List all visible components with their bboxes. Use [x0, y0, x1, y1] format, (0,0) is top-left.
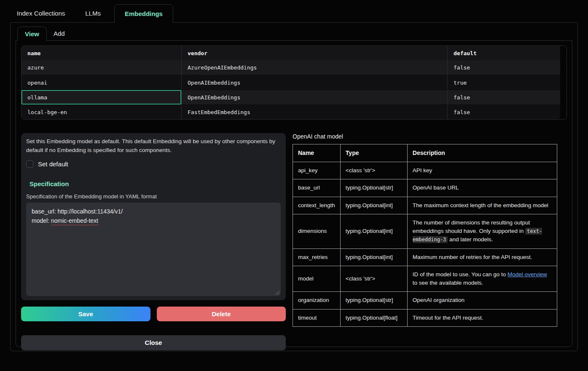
doc-cell-name: timeout — [293, 309, 341, 326]
doc-cell-type: typing.Optional[int] — [340, 248, 407, 266]
doc-cell-description: Timeout for the API request. — [407, 309, 557, 326]
action-buttons: Save Delete — [21, 307, 286, 321]
cell-vendor[interactable]: AzureOpenAIEmbeddings — [181, 60, 447, 75]
table-row[interactable]: openai OpenAIEmbeddings true — [21, 75, 560, 90]
embeddings-table: name vendor default azure AzureOpenAIEmb… — [21, 45, 567, 120]
doc-cell-name: context_length — [293, 197, 341, 214]
subtab-view[interactable]: View — [17, 27, 47, 41]
doc-cell-type: typing.Optional[int] — [340, 197, 407, 214]
cell-default[interactable]: true — [447, 75, 560, 90]
doc-column-description: Description — [407, 144, 557, 162]
table-row[interactable]: azure AzureOpenAIEmbeddings false — [21, 60, 560, 75]
model-overview-link[interactable]: Model overview — [507, 271, 547, 278]
table-row[interactable]: local-bge-en FastEmbedEmbeddings false — [21, 104, 560, 119]
doc-cell-description: API key — [407, 162, 557, 179]
cell-name[interactable]: openai — [21, 75, 181, 90]
doc-column-name: Name — [293, 144, 341, 162]
doc-cell-type: typing.Optional[float] — [340, 309, 407, 326]
embeddings-table-body: azure AzureOpenAIEmbeddings false openai… — [21, 60, 560, 119]
doc-cell-type: typing.Optional[str] — [340, 179, 407, 197]
cell-name[interactable]: ollama — [21, 90, 181, 104]
specification-heading: Specification — [30, 180, 281, 187]
yaml-editor[interactable]: base_url: http://localhost:11434/v1/mode… — [26, 203, 281, 296]
doc-cell-description: ID of the model to use. You can go to Mo… — [407, 266, 557, 292]
doc-column-type: Type — [340, 144, 407, 162]
specification-sublabel: Specification of the Embedding model in … — [26, 193, 281, 200]
cell-vendor[interactable]: OpenAIEmbeddings — [181, 90, 447, 104]
doc-cell-name: max_retries — [293, 248, 341, 266]
column-header-vendor: vendor — [181, 46, 447, 60]
close-button[interactable]: Close — [21, 335, 286, 350]
cell-vendor[interactable]: OpenAIEmbeddings — [181, 75, 447, 90]
doc-table-row: base_url typing.Optional[str] OpenAI bas… — [293, 179, 557, 197]
doc-table-row: api_key <class 'str'> API key — [293, 162, 557, 179]
doc-cell-name: dimensions — [293, 214, 341, 248]
sub-tab-bar: View Add — [17, 27, 572, 40]
set-default-label[interactable]: Set default — [38, 160, 68, 168]
doc-cell-name: api_key — [293, 162, 341, 179]
doc-table-row: timeout typing.Optional[float] Timeout f… — [293, 309, 557, 326]
embeddings-panel: View Add name vendor default azure Azure… — [10, 22, 578, 351]
subtab-add[interactable]: Add — [47, 27, 72, 40]
model-doc-title: OpenAI chat model — [293, 133, 557, 140]
embedding-detail-form: Set this Embedding model as default. Thi… — [21, 133, 286, 350]
cell-default[interactable]: false — [447, 104, 560, 119]
embeddings-table-header-row: name vendor default — [21, 46, 560, 60]
tab-index-collections[interactable]: Index Collections — [10, 4, 72, 22]
cell-vendor[interactable]: FastEmbedEmbeddings — [181, 104, 447, 119]
doc-cell-type: <class 'str'> — [340, 266, 407, 292]
doc-cell-type: <class 'str'> — [340, 162, 407, 179]
set-default-description: Set this Embedding model as default. Thi… — [26, 137, 279, 155]
embedding-settings-card: Set this Embedding model as default. Thi… — [21, 133, 286, 300]
doc-cell-description: The maximum context length of the embedd… — [407, 197, 557, 214]
doc-cell-name: base_url — [293, 179, 341, 197]
table-row[interactable]: ollama OpenAIEmbeddings false — [21, 90, 560, 104]
set-default-row: Set default — [26, 160, 281, 168]
main-tab-bar: Index Collections LLMs Embeddings — [10, 4, 578, 22]
cell-default[interactable]: false — [447, 60, 560, 75]
doc-cell-type: typing.Optional[int] — [340, 214, 407, 248]
cell-name[interactable]: azure — [21, 60, 181, 75]
doc-table-row: dimensions typing.Optional[int] The numb… — [293, 214, 557, 248]
view-tab-content: name vendor default azure AzureOpenAIEmb… — [16, 40, 572, 347]
doc-cell-name: model — [293, 266, 341, 292]
save-button[interactable]: Save — [21, 307, 150, 321]
model-doc-table: Name Type Description api_key <class 'st… — [293, 144, 557, 327]
model-doc-header-row: Name Type Description — [293, 144, 557, 162]
doc-table-row: max_retries typing.Optional[int] Maximum… — [293, 248, 557, 266]
column-header-name: name — [21, 46, 181, 60]
set-default-checkbox[interactable] — [26, 160, 33, 168]
inline-code: text-embedding-3 — [413, 228, 542, 243]
doc-table-row: organization typing.Optional[str] OpenAI… — [293, 292, 557, 309]
cell-name[interactable]: local-bge-en — [21, 104, 181, 119]
doc-table-row: context_length typing.Optional[int] The … — [293, 197, 557, 214]
doc-cell-name: organization — [293, 292, 341, 309]
model-doc-panel: OpenAI chat model Name Type Description … — [293, 133, 557, 327]
column-header-default: default — [447, 46, 560, 60]
delete-button[interactable]: Delete — [157, 307, 286, 321]
doc-cell-type: typing.Optional[str] — [340, 292, 407, 309]
doc-table-row: model <class 'str'> ID of the model to u… — [293, 266, 557, 292]
cell-default[interactable]: false — [447, 90, 560, 104]
doc-cell-description: Maximum number of retries for the API re… — [407, 248, 557, 266]
tab-llms[interactable]: LLMs — [78, 4, 107, 22]
doc-cell-description: OpenAI base URL — [407, 179, 557, 197]
doc-cell-description: OpenAI organization — [407, 292, 557, 309]
tab-embeddings[interactable]: Embeddings — [114, 4, 173, 23]
doc-cell-description: The number of dimensions the resulting o… — [407, 214, 557, 248]
model-doc-body: api_key <class 'str'> API key base_url t… — [293, 162, 557, 327]
